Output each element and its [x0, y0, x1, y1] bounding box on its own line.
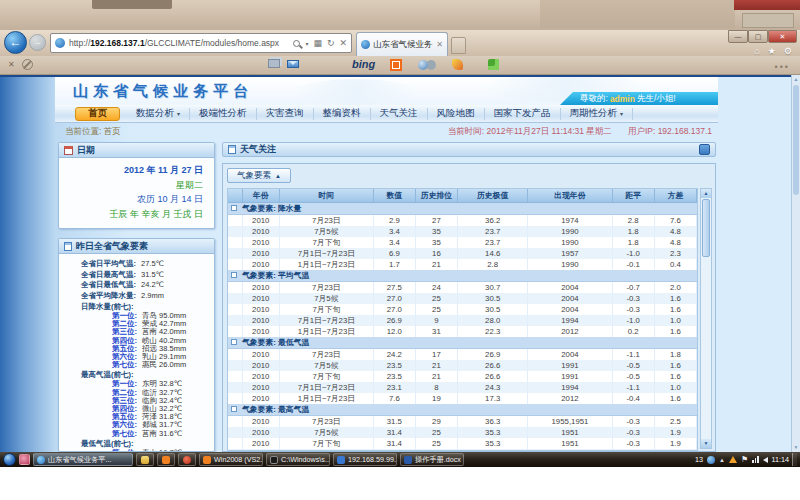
- back-button[interactable]: ←: [4, 31, 27, 54]
- refresh-icon[interactable]: ↻: [327, 38, 335, 48]
- quicklaunch-folder-icon[interactable]: [136, 453, 154, 466]
- table-row: 20107月23日2.92736.219742.87.6: [228, 214, 697, 226]
- pinned-app-icon[interactable]: [19, 454, 30, 465]
- table-row: 20107月23日24.21726.92004-1.11.8: [228, 348, 697, 360]
- nav-item-8[interactable]: 周期性分析▾: [561, 108, 634, 120]
- task-label: C:\Windows\s...: [281, 455, 330, 464]
- new-tab-button[interactable]: [451, 37, 466, 54]
- close-toolbar-icon[interactable]: ✕: [8, 60, 15, 69]
- weather-table: 年份时间数值历史排位历史极值出现年份距平方差 气象要素: 降水量20107月23…: [228, 189, 697, 451]
- stop-icon[interactable]: ✕: [339, 38, 347, 48]
- table-scrollbar[interactable]: ▲ ▼: [700, 188, 712, 449]
- elements-title: 昨日全省气象要素: [76, 240, 148, 253]
- network-icon[interactable]: [752, 456, 759, 463]
- nav-item-5[interactable]: 天气关注: [371, 108, 428, 120]
- coins-icon[interactable]: [418, 60, 428, 70]
- forward-button[interactable]: →: [29, 34, 46, 51]
- row-checkbox-cell: [228, 304, 242, 315]
- nav-item-home[interactable]: 首页: [75, 107, 120, 121]
- table-cell: 7月下旬: [280, 237, 374, 248]
- bing-logo[interactable]: bing: [352, 58, 375, 70]
- show-desktop-button[interactable]: [792, 453, 797, 466]
- table-cell: 1955,1951: [528, 415, 612, 427]
- group-label: 气象要素: 平均气温: [242, 270, 696, 282]
- scroll-down-icon[interactable]: ▼: [701, 439, 711, 448]
- tray-expand-icon[interactable]: ▲: [719, 457, 725, 463]
- nav-item-label: 国家下发产品: [494, 107, 551, 120]
- maximize-button[interactable]: ▢: [748, 30, 768, 43]
- favorites-star-icon[interactable]: ★: [768, 46, 776, 56]
- home-icon[interactable]: ⌂: [754, 46, 759, 56]
- compatibility-icon[interactable]: ▦: [313, 38, 322, 48]
- background-window-close-fragment: [734, 0, 800, 10]
- task-label: Win2008 (VS2...: [214, 455, 263, 464]
- panel-collapse-button[interactable]: [699, 144, 710, 155]
- scroll-up-icon[interactable]: ▲: [701, 189, 711, 198]
- action-center-flag-icon[interactable]: ⚑: [741, 455, 748, 464]
- checkbox[interactable]: [231, 406, 237, 412]
- quicklaunch-media-player-icon[interactable]: [178, 453, 196, 466]
- browser-scrollbar[interactable]: ▲ ▼: [791, 75, 800, 452]
- search-icon[interactable]: [293, 40, 300, 47]
- nav-item-6[interactable]: 风险地图: [428, 108, 485, 120]
- row-checkbox-cell: [228, 237, 242, 248]
- scrollbar-thumb[interactable]: [702, 199, 710, 257]
- table-cell: 31.4: [373, 427, 415, 438]
- table-cell: 1.0: [654, 382, 696, 393]
- tools-gear-icon[interactable]: ⚙: [784, 46, 792, 56]
- nav-item-1[interactable]: 数据分析▾: [127, 108, 190, 120]
- address-bar[interactable]: http://192.168.137.1/GLCCLIMATE/modules/…: [50, 33, 352, 53]
- table-cell: 22.3: [458, 326, 528, 337]
- speaker-icon[interactable]: [763, 457, 768, 463]
- more-icon[interactable]: •••: [775, 62, 790, 72]
- table-cell: 7月5候: [280, 226, 374, 237]
- quicklaunch-app-orange-icon[interactable]: [157, 453, 175, 466]
- puzzle-icon[interactable]: [488, 59, 499, 70]
- start-button[interactable]: [3, 453, 16, 466]
- checkbox[interactable]: [231, 272, 237, 278]
- table-cell: 1.7: [373, 259, 415, 270]
- scroll-up-icon[interactable]: ▲: [792, 75, 800, 84]
- rocket-icon[interactable]: [452, 59, 463, 70]
- taskbar-task-3[interactable]: 192.168.59.99...: [333, 453, 397, 466]
- taskbar-task-4[interactable]: 操作手册.docx -...: [400, 453, 464, 466]
- nav-item-3[interactable]: 灾害查询: [257, 108, 314, 120]
- checkbox[interactable]: [231, 339, 237, 345]
- taskbar-task-2[interactable]: C:\Windows\s...: [266, 453, 330, 466]
- browser-tab[interactable]: 山东省气候业务平... ✕: [356, 32, 448, 56]
- table-cell: 2012: [528, 393, 612, 404]
- minimize-button[interactable]: —: [728, 30, 748, 43]
- taskbar-task-1[interactable]: Win2008 (VS2...: [199, 453, 263, 466]
- scroll-down-icon[interactable]: ▼: [792, 443, 800, 452]
- checkbox[interactable]: [231, 205, 237, 211]
- close-tab-icon[interactable]: ✕: [436, 40, 443, 49]
- search-caret-icon[interactable]: ▾: [305, 40, 308, 47]
- table-cell: 2.5: [654, 415, 696, 427]
- calendar-ganzhi: 壬辰 年 辛亥 月 壬戌 日: [59, 207, 203, 222]
- taskbar-clock[interactable]: 11:14: [772, 455, 789, 464]
- table-row: 20107月1日~7月23日31.5933.01997-1.01.1: [228, 449, 697, 452]
- tray-app-icon[interactable]: [707, 456, 715, 464]
- cards-icon[interactable]: [268, 59, 280, 68]
- nav-item-4[interactable]: 整编资料: [314, 108, 371, 120]
- table-cell: -1.0: [612, 315, 654, 326]
- table-cell: 2010: [242, 427, 279, 438]
- mail-icon[interactable]: [287, 60, 299, 68]
- tray-alert-icon[interactable]: [729, 456, 737, 463]
- calendar-lunar-date: 农历 10 月 14 日: [59, 192, 203, 207]
- row-checkbox-cell: [228, 427, 242, 438]
- bing-bar-icon[interactable]: [390, 59, 402, 71]
- group-label: 气象要素: 最高气温: [242, 404, 696, 416]
- scrollbar-thumb[interactable]: [793, 85, 799, 195]
- stat-row: 全省日平均气温:27.5℃: [59, 259, 212, 270]
- close-button[interactable]: ✕: [768, 30, 797, 43]
- stat-label: 全省日平均气温:: [81, 259, 136, 270]
- nav-item-7[interactable]: 国家下发产品: [485, 108, 561, 120]
- table-cell: 25: [415, 438, 457, 449]
- taskbar-task-0[interactable]: 山东省气候业务平...: [33, 453, 133, 466]
- table-cell: 33.0: [458, 449, 528, 452]
- element-filter-button[interactable]: 气象要素 ▲: [227, 168, 291, 183]
- table-cell: 1974: [528, 214, 612, 226]
- nav-item-2[interactable]: 极端性分析: [190, 108, 257, 120]
- background-window-fragment: [742, 13, 794, 28]
